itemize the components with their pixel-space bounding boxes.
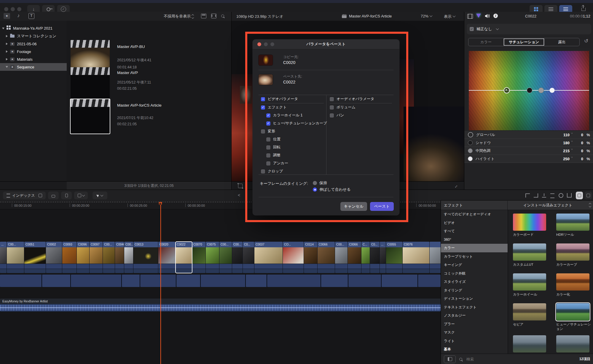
slider-row-highlights[interactable]: ハイライト 250 ° 0 % <box>464 155 593 163</box>
audio-skimming-icon[interactable] <box>550 193 554 198</box>
audio-parameters-row[interactable]: オーディオパラメータ <box>330 95 392 103</box>
timeline-clip[interactable]: C0055 <box>386 242 403 273</box>
global-puck[interactable] <box>504 87 510 94</box>
hue-sat-curves-checkbox[interactable] <box>266 121 270 126</box>
transform-row[interactable]: 変形 <box>261 127 324 135</box>
slider-percent[interactable]: 0 <box>574 157 583 161</box>
effects-category[interactable]: 基本 <box>441 345 508 354</box>
dialog-titlebar[interactable]: パラメータをペースト <box>253 39 399 49</box>
sidebar-item-library[interactable]: Mannaka-Ya AVP 2021 <box>0 24 67 32</box>
expand-viewer-icon[interactable]: ↔ <box>452 182 459 189</box>
effect-item[interactable]: カラー化 <box>556 273 589 297</box>
correction-row[interactable]: 補正なし <box>467 24 591 34</box>
effects-category-selected[interactable]: カラー <box>441 244 508 252</box>
effects-search-input[interactable] <box>466 357 576 362</box>
effects-category[interactable]: タイリング <box>441 286 508 295</box>
index-button[interactable]: インデックス <box>3 192 39 199</box>
timeline-clip[interactable]: C... <box>361 242 370 273</box>
transform-checkbox[interactable] <box>261 129 265 134</box>
effect-item[interactable]: HDRツール <box>556 214 589 237</box>
color-inspector-icon[interactable] <box>476 14 481 18</box>
effects-category[interactable]: ノスタルジー <box>441 311 508 320</box>
insert-edit-button[interactable] <box>61 192 72 199</box>
midtones-puck[interactable] <box>538 88 544 93</box>
timeline-clip[interactable]: C0037 <box>254 242 283 273</box>
timeline-appearance-button[interactable] <box>576 192 583 199</box>
volume-row[interactable]: ボリューム <box>330 103 392 111</box>
sidebar-item-footage[interactable]: ★ Footage <box>0 48 67 55</box>
video-parameters-checkbox[interactable] <box>261 97 265 101</box>
cancel-button[interactable]: キャンセル <box>340 202 367 211</box>
timeline-clip[interactable]: C0070 <box>192 242 206 273</box>
video-inspector-icon[interactable] <box>467 14 473 19</box>
position-checkbox[interactable] <box>266 137 270 142</box>
connect-edit-button[interactable] <box>48 192 59 199</box>
timeline-clip[interactable]: C00... <box>335 242 348 273</box>
effects-category[interactable]: スタイライズ <box>441 278 508 286</box>
effect-item[interactable]: カラーボード <box>513 214 546 237</box>
color-wheels-row[interactable]: カラーホイール 1 <box>261 111 324 119</box>
viewer-view-menu[interactable]: 表示 <box>444 14 455 19</box>
append-edit-button[interactable] <box>35 192 46 199</box>
rotation-row[interactable]: 回転 <box>261 143 324 151</box>
tab-saturation[interactable]: サチュレーション <box>504 39 544 46</box>
effects-category[interactable]: カラープリセット <box>441 252 508 261</box>
timeline-clip[interactable]: CO... <box>283 242 304 273</box>
sidebar-item-materials[interactable]: ★ Materials <box>0 55 67 63</box>
timeline-clip[interactable]: C0002 <box>46 242 62 273</box>
trim-right-icon[interactable] <box>534 193 538 198</box>
timeline-clip[interactable]: C0096 <box>77 242 90 273</box>
timeline-clip[interactable] <box>430 242 441 273</box>
info-inspector-icon[interactable]: i <box>493 14 498 18</box>
traffic-minimize-button[interactable] <box>11 7 15 11</box>
stretch-radio[interactable] <box>313 187 317 192</box>
skimming-icon[interactable] <box>542 193 546 198</box>
panel-resize-icon[interactable] <box>589 203 591 207</box>
effects-category[interactable]: キーイング <box>441 261 508 269</box>
disclosure-triangle-icon[interactable] <box>2 28 4 29</box>
search-icon[interactable] <box>221 14 224 18</box>
timeline-clip[interactable]: ... <box>380 242 386 273</box>
disclosure-triangle-icon[interactable] <box>6 35 8 37</box>
highlights-puck[interactable] <box>550 88 555 93</box>
video-parameters-row[interactable]: ビデオパラメータ <box>261 95 324 103</box>
effects-category[interactable]: ライト <box>441 337 508 345</box>
effects-sidebar-toggle-button[interactable] <box>444 355 456 363</box>
disclosure-triangle-icon[interactable] <box>6 66 8 68</box>
traffic-zoom-button[interactable] <box>17 7 21 11</box>
crop-tool-icon[interactable] <box>238 184 243 188</box>
timeline-clip[interactable]: C0... <box>243 242 254 273</box>
effects-category[interactable]: マスク <box>441 328 508 337</box>
sidebar-item-2021-05-06[interactable]: ★ 2021-05-06 <box>0 40 67 48</box>
hide-rejected-filter[interactable]: 不採用を非表示 <box>164 14 194 19</box>
slider-row-shadows[interactable]: シャドウ 180 ° 0 % <box>464 139 593 147</box>
dialog-close-button[interactable] <box>257 42 261 46</box>
clip-appearance-icon[interactable] <box>201 14 206 18</box>
snapping-icon[interactable] <box>567 193 572 198</box>
saturation-gradient[interactable] <box>469 51 589 130</box>
music-clip[interactable]: EasyMoney by RexBanner Artlist <box>0 299 441 312</box>
effects-category[interactable]: テキストエフェクト <box>441 303 508 312</box>
hue-sat-curves-row[interactable]: ヒュー/サチュレーションカーブ <box>261 119 324 127</box>
disclosure-triangle-icon[interactable] <box>6 58 8 60</box>
slider-degrees[interactable]: 250 <box>558 157 570 161</box>
anchor-row[interactable]: アンカー <box>261 159 324 167</box>
traffic-close-button[interactable] <box>4 7 8 11</box>
effect-item[interactable] <box>556 335 589 352</box>
effect-item[interactable]: セピア <box>513 303 546 327</box>
timeline-clip[interactable]: C0013 <box>133 242 158 273</box>
timeline-clip[interactable]: C00... <box>103 242 115 273</box>
correction-checkbox[interactable] <box>470 27 474 31</box>
timeline-clip[interactable]: C00... <box>124 242 133 273</box>
shadows-puck[interactable] <box>527 88 533 93</box>
maintain-radio[interactable] <box>313 181 317 185</box>
scale-checkbox[interactable] <box>266 153 270 158</box>
connected-storyline[interactable] <box>0 275 441 287</box>
browser-clip-thumb[interactable] <box>71 67 110 102</box>
timeline-clip[interactable]: C0097 <box>90 242 103 273</box>
slider-degrees[interactable]: 215 <box>558 149 570 153</box>
solo-icon[interactable] <box>559 193 563 198</box>
dialog-minimize-button[interactable] <box>264 42 268 46</box>
volume-checkbox[interactable] <box>330 105 334 110</box>
audio-parameters-checkbox[interactable] <box>330 97 334 101</box>
